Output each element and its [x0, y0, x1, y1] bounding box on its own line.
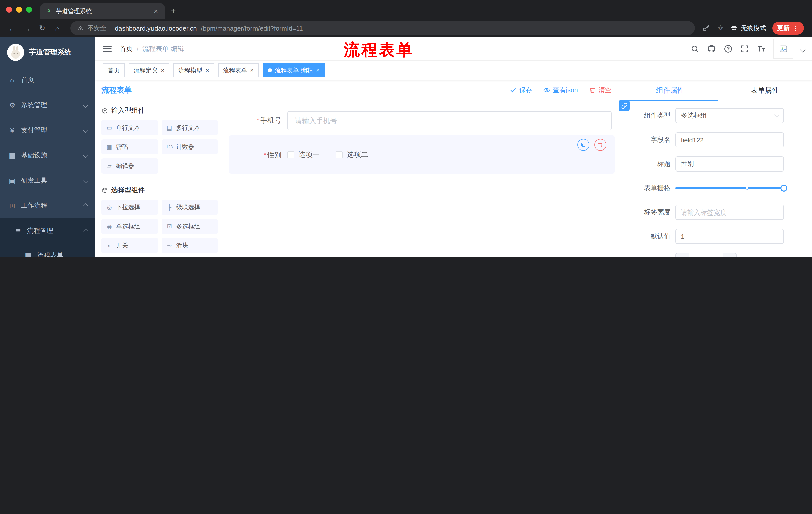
tag-process-definition[interactable]: 流程定义 ×	[128, 63, 169, 77]
field-name-input[interactable]	[675, 132, 784, 147]
checkbox-box[interactable]	[336, 152, 343, 158]
palette-item-radio-group[interactable]: ◉单选框组	[102, 219, 157, 234]
tag-close-icon[interactable]: ×	[250, 67, 254, 74]
sidebar-item-label: 流程表单	[37, 251, 63, 257]
copy-component-button[interactable]	[577, 139, 589, 151]
sidebar-item-devtools[interactable]: ▣ 研发工具	[0, 168, 95, 193]
hamburger-icon[interactable]	[103, 46, 112, 52]
single-line-icon: ▭	[106, 125, 113, 131]
link-handle-button[interactable]	[618, 100, 630, 111]
palette-item-cascader[interactable]: ├级联选择	[162, 200, 218, 215]
fullscreen-icon[interactable]	[740, 44, 749, 53]
key-icon[interactable]	[702, 24, 711, 33]
plus-button[interactable]: +	[723, 253, 736, 257]
checkbox-box[interactable]	[287, 152, 294, 158]
clear-button[interactable]: 清空	[589, 85, 611, 94]
update-button[interactable]: 更新 ⋮	[772, 22, 804, 35]
default-value-input[interactable]	[675, 229, 784, 244]
view-json-button[interactable]: 查看json	[543, 85, 578, 94]
field-gender-selected[interactable]: *性别 选项一 选项二	[229, 135, 614, 173]
tab-close-icon[interactable]: ×	[152, 7, 160, 15]
min-select-input[interactable]	[689, 253, 723, 257]
sidebar-item-system[interactable]: ⚙ 系统管理	[0, 92, 95, 118]
cascader-icon: ├	[166, 204, 173, 210]
tab-form-props[interactable]: 表单属性	[718, 80, 812, 101]
reload-icon[interactable]: ↻	[36, 24, 48, 33]
window-zoom-button[interactable]	[26, 6, 32, 12]
sidebar-item-home[interactable]: ⌂ 首页	[0, 67, 95, 92]
palette-item-counter[interactable]: 123计数器	[162, 139, 218, 154]
component-type-select[interactable]: 多选框组	[675, 108, 784, 123]
save-button[interactable]: 保存	[510, 85, 532, 94]
search-icon[interactable]	[690, 44, 699, 53]
tab-component-props[interactable]: 组件属性	[623, 80, 718, 101]
sidebar-item-workflow[interactable]: ⊞ 工作流程	[0, 193, 95, 218]
min-select-label: 至少应选	[630, 256, 670, 257]
palette-item-editor[interactable]: ▱编辑器	[102, 158, 157, 173]
group-title: 选择型组件	[102, 186, 218, 195]
browser-actions: ☆ 无痕模式 更新 ⋮	[702, 22, 806, 35]
browser-tab[interactable]: 芋道管理系统 ×	[40, 3, 165, 19]
avatar-caret-icon[interactable]	[800, 47, 806, 53]
tag-close-icon[interactable]: ×	[161, 67, 164, 74]
tag-home[interactable]: 首页	[103, 63, 125, 77]
sidebar-item-label: 系统管理	[21, 101, 47, 110]
field-label: *性别	[229, 151, 287, 160]
sidebar-item-process-form[interactable]: ▤ 流程表单	[0, 243, 95, 257]
minus-button[interactable]: −	[675, 253, 689, 257]
selected-value: 多选框组	[681, 111, 707, 120]
slider-handle[interactable]	[780, 185, 787, 192]
incognito-label: 无痕模式	[741, 24, 766, 32]
link-icon	[621, 102, 627, 109]
browser-menu-kebab-icon[interactable]: ⋮	[793, 24, 799, 32]
warning-icon	[77, 25, 83, 31]
tags-view: 首页 流程定义 × 流程模型 × 流程表单 × 流程表单-编辑 ×	[95, 61, 812, 80]
window-minimize-button[interactable]	[16, 6, 22, 12]
checkbox-option-2[interactable]: 选项二	[336, 151, 368, 159]
tag-process-form-edit[interactable]: 流程表单-编辑 ×	[263, 63, 325, 77]
palette-item-switch[interactable]: ◐开关	[102, 238, 157, 253]
forward-icon[interactable]: →	[21, 24, 33, 32]
palette-item-single-text[interactable]: ▭单行文本	[102, 120, 157, 135]
palette-item-select[interactable]: ◎下拉选择	[102, 200, 157, 215]
document-icon: ▤	[24, 251, 32, 257]
counter-icon: 123	[166, 144, 173, 149]
github-icon[interactable]	[707, 44, 716, 53]
palette-item-slider[interactable]: ⊸滑块	[162, 238, 218, 253]
avatar[interactable]	[773, 39, 793, 59]
delete-component-button[interactable]	[594, 139, 607, 151]
breadcrumb-home[interactable]: 首页	[120, 44, 133, 53]
field-phone[interactable]: *手机号	[229, 111, 614, 130]
sidebar-item-payment[interactable]: ¥ 支付管理	[0, 118, 95, 143]
list-icon: ≣	[14, 227, 22, 235]
checkbox-option-1[interactable]: 选项一	[287, 151, 320, 159]
slider-track[interactable]	[675, 187, 784, 189]
home-icon[interactable]: ⌂	[51, 24, 63, 32]
form-designer: 流程表单 输入型组件 ▭单行文本 ▤多行文本 ▣密码	[95, 80, 812, 257]
chevron-down-icon	[83, 128, 88, 133]
address-bar[interactable]: 不安全 dashboard.yudao.iocoder.cn/bpm/manag…	[70, 21, 695, 35]
gear-icon: ⚙	[8, 101, 16, 109]
font-size-icon[interactable]	[757, 44, 766, 53]
tag-close-icon[interactable]: ×	[205, 67, 209, 74]
field-name-label: 字段名	[630, 135, 670, 144]
grid-slider[interactable]	[675, 181, 784, 196]
window-close-button[interactable]	[6, 6, 12, 12]
tag-close-icon[interactable]: ×	[316, 67, 320, 74]
tag-process-model[interactable]: 流程模型 ×	[173, 63, 214, 77]
new-tab-button[interactable]: +	[171, 6, 176, 16]
url-divider	[110, 25, 111, 32]
palette-item-checkbox-group[interactable]: ☑多选框组	[162, 219, 218, 234]
label-width-input[interactable]	[675, 205, 784, 220]
palette-item-textarea[interactable]: ▤多行文本	[162, 120, 218, 135]
bookmark-star-icon[interactable]: ☆	[717, 24, 724, 33]
sidebar-item-infrastructure[interactable]: ▤ 基础设施	[0, 143, 95, 168]
back-icon[interactable]: ←	[6, 24, 18, 32]
phone-input[interactable]	[287, 111, 611, 130]
tag-process-form[interactable]: 流程表单 ×	[218, 63, 259, 77]
title-input[interactable]	[675, 156, 784, 171]
palette-item-password[interactable]: ▣密码	[102, 139, 157, 154]
help-icon[interactable]	[724, 44, 733, 53]
trash-icon	[598, 142, 604, 148]
sidebar-item-process-management[interactable]: ≣ 流程管理	[0, 218, 95, 243]
